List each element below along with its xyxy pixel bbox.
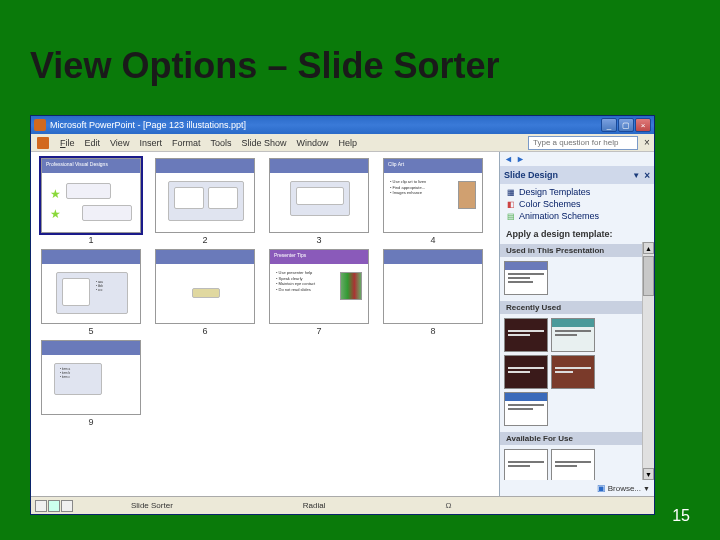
star-icon: ★: [50, 187, 62, 199]
powerpoint-window: Microsoft PowerPoint - [Page 123 illusta…: [30, 115, 655, 515]
menu-slideshow[interactable]: Slide Show: [236, 138, 291, 148]
used-section-header: Used in This Presentation: [500, 244, 642, 257]
slide-number: 7: [316, 326, 321, 336]
menu-insert[interactable]: Insert: [134, 138, 167, 148]
slide-sorter-view[interactable]: Professional Visual Designs ★ ★ 1 2: [31, 152, 499, 496]
template-thumbnail[interactable]: [551, 318, 595, 352]
template-thumbnail[interactable]: [504, 449, 548, 480]
slide-number: 3: [316, 235, 321, 245]
slide-number: 5: [88, 326, 93, 336]
slide-thumbnail[interactable]: item aitem bitem c 9: [37, 340, 145, 427]
animation-schemes-link[interactable]: ▤Animation Schemes: [506, 210, 648, 222]
minimize-button[interactable]: _: [601, 118, 617, 132]
workarea: Professional Visual Designs ★ ★ 1 2: [31, 152, 654, 496]
animation-icon: ▤: [506, 211, 516, 221]
slide-thumbnail[interactable]: Clip Art Use clip art to liven Find appr…: [379, 158, 487, 245]
template-thumbnail[interactable]: [551, 355, 595, 389]
maximize-button[interactable]: ▢: [618, 118, 634, 132]
pane-scrollbar[interactable]: ▲ ▼: [642, 242, 654, 480]
slide-thumbnail[interactable]: Professional Visual Designs ★ ★ 1: [37, 158, 145, 245]
available-templates: [500, 445, 642, 480]
slide-number: 6: [202, 326, 207, 336]
mdi-close-button[interactable]: ×: [640, 136, 654, 150]
chevron-down-icon: ▼: [643, 485, 650, 492]
titlebar: Microsoft PowerPoint - [Page 123 illusta…: [31, 116, 654, 134]
scroll-down-button[interactable]: ▼: [643, 468, 654, 480]
templates-icon: ▦: [506, 187, 516, 197]
help-search-input[interactable]: [528, 136, 638, 150]
pane-back-button[interactable]: ◄: [504, 154, 513, 164]
scroll-thumb[interactable]: [643, 256, 654, 296]
slide-sorter-view-button[interactable]: [48, 500, 60, 512]
star-icon: ★: [50, 207, 62, 219]
recent-templates: [500, 314, 642, 430]
slide-thumbnail[interactable]: 8: [379, 249, 487, 336]
normal-view-button[interactable]: [35, 500, 47, 512]
pane-nav: ◄ ►: [500, 152, 654, 166]
slideshow-view-button[interactable]: [61, 500, 73, 512]
slide-number: 1: [88, 235, 93, 245]
apply-template-label: Apply a design template:: [500, 226, 654, 242]
status-mode-label: Slide Sorter: [131, 501, 173, 510]
template-thumbnail[interactable]: [504, 355, 548, 389]
menu-window[interactable]: Window: [291, 138, 333, 148]
menu-tools[interactable]: Tools: [205, 138, 236, 148]
pane-forward-button[interactable]: ►: [516, 154, 525, 164]
slide-title: View Options – Slide Sorter: [30, 45, 499, 87]
titlebar-text: Microsoft PowerPoint - [Page 123 illusta…: [50, 120, 601, 130]
menu-help[interactable]: Help: [333, 138, 362, 148]
slide-number: 9: [88, 417, 93, 427]
view-switcher: [35, 500, 73, 512]
pane-close-button[interactable]: ×: [644, 170, 650, 181]
app-icon: [34, 119, 46, 131]
slide-thumbnail[interactable]: 6: [151, 249, 259, 336]
slide-number: 4: [430, 235, 435, 245]
status-bar: Slide Sorter Radial Ω: [31, 496, 654, 514]
pane-title: Slide Design: [504, 170, 632, 180]
template-thumbnail[interactable]: [504, 261, 548, 295]
pane-header: Slide Design ▼ ×: [500, 166, 654, 184]
thumb-title: Professional Visual Designs: [46, 161, 108, 167]
slide-number: 8: [430, 326, 435, 336]
status-template-label: Radial: [303, 501, 326, 510]
template-scroller: Used in This Presentation Recently Used …: [500, 242, 654, 480]
presentation-page-number: 15: [672, 507, 690, 525]
slide-thumbnail[interactable]: 3: [265, 158, 373, 245]
thumb-title: Presenter Tips: [274, 252, 306, 258]
browse-button[interactable]: ▣ Browse... ▼: [597, 483, 650, 493]
scroll-up-button[interactable]: ▲: [643, 242, 654, 254]
slide-number: 2: [202, 235, 207, 245]
doc-icon: [37, 137, 49, 149]
close-button[interactable]: ×: [635, 118, 651, 132]
slide-design-pane: ◄ ► Slide Design ▼ × ▦Design Templates ◧…: [499, 152, 654, 496]
browse-icon: ▣: [597, 483, 606, 493]
template-thumbnail[interactable]: [504, 392, 548, 426]
design-templates-link[interactable]: ▦Design Templates: [506, 186, 648, 198]
template-thumbnail[interactable]: [551, 449, 595, 480]
used-templates: [500, 257, 642, 299]
menu-edit[interactable]: Edit: [80, 138, 106, 148]
pane-options: ▦Design Templates ◧Color Schemes ▤Animat…: [500, 184, 654, 226]
pane-dropdown-icon[interactable]: ▼: [632, 171, 640, 180]
color-icon: ◧: [506, 199, 516, 209]
menu-format[interactable]: Format: [167, 138, 206, 148]
menu-file[interactable]: File: [55, 138, 80, 148]
template-thumbnail[interactable]: [504, 318, 548, 352]
slide-thumbnail[interactable]: 2: [151, 158, 259, 245]
language-icon: Ω: [445, 501, 451, 510]
menu-view[interactable]: View: [105, 138, 134, 148]
color-schemes-link[interactable]: ◧Color Schemes: [506, 198, 648, 210]
thumb-title: Clip Art: [388, 161, 404, 167]
window-controls: _ ▢ ×: [601, 118, 651, 132]
slide-thumbnail[interactable]: Presenter Tips Use presenter help Speak …: [265, 249, 373, 336]
slide-thumbnail[interactable]: aaabbbccc 5: [37, 249, 145, 336]
menubar: File Edit View Insert Format Tools Slide…: [31, 134, 654, 152]
recent-section-header: Recently Used: [500, 301, 642, 314]
available-section-header: Available For Use: [500, 432, 642, 445]
